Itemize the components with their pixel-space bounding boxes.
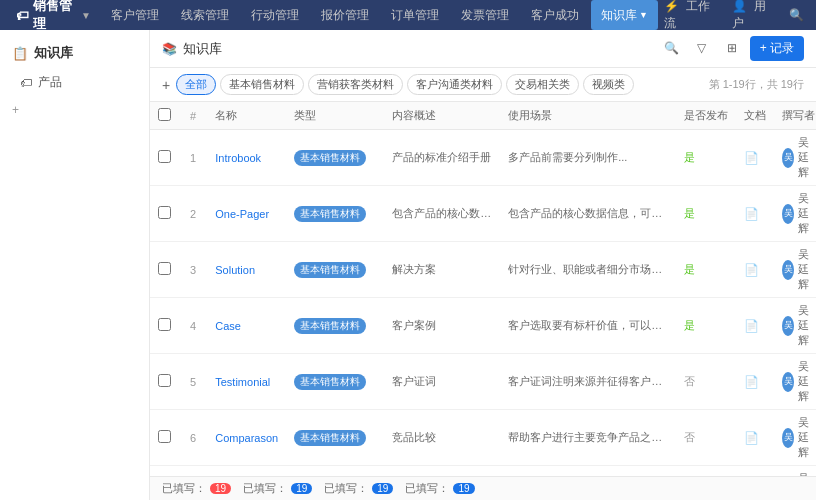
row-checkbox[interactable]	[158, 206, 171, 219]
row-name[interactable]: Solution	[207, 242, 286, 298]
row-desc: 包含产品的核心数据信息，可以可以一个在线...	[384, 186, 500, 242]
sidebar-product-icon: 🏷	[20, 76, 32, 90]
row-desc: 客户案例	[384, 298, 500, 354]
row-doc: 📄	[736, 298, 774, 354]
view-icon-btn[interactable]: ⊞	[720, 36, 744, 60]
data-table[interactable]: # 名称 类型 内容概述 使用场景 是否发布 文档 撰写者 1 In	[150, 102, 816, 476]
table-row: 7 Presentation 基本销售材料 销售演示文档 用幻灯片形式在会议中介…	[150, 466, 816, 477]
row-checkbox[interactable]	[158, 150, 171, 163]
avatar: 吴	[782, 204, 794, 224]
nav-success[interactable]: 客户成功	[521, 0, 589, 30]
row-checkbox-cell	[150, 242, 179, 298]
row-desc: 销售演示文档	[384, 466, 500, 477]
footer-val-1: 19	[210, 483, 231, 494]
scene-text: 客户选取要有标杆价值，可以提升其他客户产...	[508, 318, 668, 333]
add-filter-icon[interactable]: +	[162, 77, 170, 93]
desc-text: 客户案例	[392, 318, 492, 333]
footer-val-4: 19	[453, 483, 474, 494]
nav-leads[interactable]: 线索管理	[171, 0, 239, 30]
row-checkbox[interactable]	[158, 318, 171, 331]
record-name-link[interactable]: One-Pager	[215, 208, 269, 220]
author-name: 吴廷辉	[798, 359, 816, 404]
row-doc: 📄	[736, 186, 774, 242]
record-name-link[interactable]: Solution	[215, 264, 255, 276]
desc-text: 解决方案	[392, 262, 492, 277]
row-name[interactable]: One-Pager	[207, 186, 286, 242]
filter-icon-btn[interactable]: ▽	[690, 36, 714, 60]
type-tag: 基本销售材料	[294, 262, 366, 278]
row-author: 吴 吴廷辉	[774, 298, 816, 354]
filter-all[interactable]: 全部	[176, 74, 216, 95]
row-published: 否	[676, 466, 736, 477]
row-name[interactable]: Case	[207, 298, 286, 354]
user-btn[interactable]: 👤 用户	[728, 0, 779, 32]
filter-basic[interactable]: 基本销售材料	[220, 74, 304, 95]
app-logo: 🏷 销售管理 ▼	[8, 0, 99, 33]
row-checkbox[interactable]	[158, 374, 171, 387]
row-type: 基本销售材料	[286, 466, 384, 477]
footer-label-1: 已填写：	[162, 481, 206, 496]
row-num: 7	[179, 466, 207, 477]
sidebar-item-product[interactable]: 🏷 产品	[0, 68, 149, 97]
row-checkbox[interactable]	[158, 430, 171, 443]
sidebar-title: 📋 知识库	[0, 38, 149, 68]
desc-text: 包含产品的核心数据信息，可以可以一个在线...	[392, 206, 492, 221]
row-name[interactable]: Introbook	[207, 130, 286, 186]
row-checkbox-cell	[150, 354, 179, 410]
knowledge-dropdown-icon: ▼	[639, 10, 648, 20]
row-num: 4	[179, 298, 207, 354]
th-doc: 文档	[736, 102, 774, 130]
published-badge: 是	[684, 151, 695, 163]
row-published: 是	[676, 298, 736, 354]
search-btn[interactable]: 🔍	[785, 8, 808, 22]
nav-customer[interactable]: 客户管理	[101, 0, 169, 30]
scene-text: 帮助客户进行主要竞争产品之间的比较...	[508, 430, 668, 445]
record-name-link[interactable]: Comparason	[215, 432, 278, 444]
nav-dropdown-icon[interactable]: ▼	[81, 10, 91, 21]
type-tag: 基本销售材料	[294, 206, 366, 222]
select-all-checkbox[interactable]	[158, 108, 171, 121]
row-scene: 多产品前需要分列制作...	[500, 130, 676, 186]
nav-pricing[interactable]: 报价管理	[311, 0, 379, 30]
th-author: 撰写者	[774, 102, 816, 130]
avatar: 吴	[782, 148, 794, 168]
desc-text: 客户证词	[392, 374, 492, 389]
record-name-link[interactable]: Case	[215, 320, 241, 332]
record-name-link[interactable]: Introbook	[215, 152, 261, 164]
app-name: 销售管理	[33, 0, 77, 33]
workflow-btn[interactable]: ⚡ 工作流	[660, 0, 722, 32]
author-name: 吴廷辉	[798, 303, 816, 348]
footer-stat-1: 已填写： 19	[162, 481, 231, 496]
breadcrumb-icon: 📚	[162, 42, 177, 56]
table-row: 6 Comparason 基本销售材料 竞品比较 帮助客户进行主要竞争产品之间的…	[150, 410, 816, 466]
nav-actions[interactable]: 行动管理	[241, 0, 309, 30]
avatar: 吴	[782, 260, 794, 280]
nav-knowledge[interactable]: 知识库 ▼	[591, 0, 658, 30]
scene-text: 包含产品的核心数据信息，可以可以一个在线...	[508, 206, 668, 221]
sidebar-add-btn[interactable]: +	[0, 97, 149, 123]
filter-marketing[interactable]: 营销获客类材料	[308, 74, 403, 95]
add-record-btn[interactable]: + 记录	[750, 36, 804, 61]
row-name[interactable]: Comparason	[207, 410, 286, 466]
filter-communication[interactable]: 客户沟通类材料	[407, 74, 502, 95]
main-layout: 📋 知识库 🏷 产品 + 📚 知识库 🔍 ▽ ⊞ + 记录 +	[0, 30, 816, 500]
nav-orders[interactable]: 订单管理	[381, 0, 449, 30]
row-checkbox[interactable]	[158, 262, 171, 275]
row-desc: 解决方案	[384, 242, 500, 298]
row-name[interactable]: Presentation	[207, 466, 286, 477]
row-desc: 客户证词	[384, 354, 500, 410]
scene-text: 多产品前需要分列制作...	[508, 150, 668, 165]
table-row: 4 Case 基本销售材料 客户案例 客户选取要有标杆价值，可以提升其他客户产.…	[150, 298, 816, 354]
table-header: # 名称 类型 内容概述 使用场景 是否发布 文档 撰写者	[150, 102, 816, 130]
footer-val-2: 19	[291, 483, 312, 494]
filter-video[interactable]: 视频类	[583, 74, 634, 95]
filter-transaction[interactable]: 交易相关类	[506, 74, 579, 95]
search-icon-btn[interactable]: 🔍	[660, 36, 684, 60]
row-checkbox-cell	[150, 410, 179, 466]
row-name[interactable]: Testimonial	[207, 354, 286, 410]
author-name: 吴廷辉	[798, 415, 816, 460]
row-type: 基本销售材料	[286, 186, 384, 242]
nav-invoices[interactable]: 发票管理	[451, 0, 519, 30]
record-name-link[interactable]: Testimonial	[215, 376, 270, 388]
row-desc: 产品的标准介绍手册	[384, 130, 500, 186]
